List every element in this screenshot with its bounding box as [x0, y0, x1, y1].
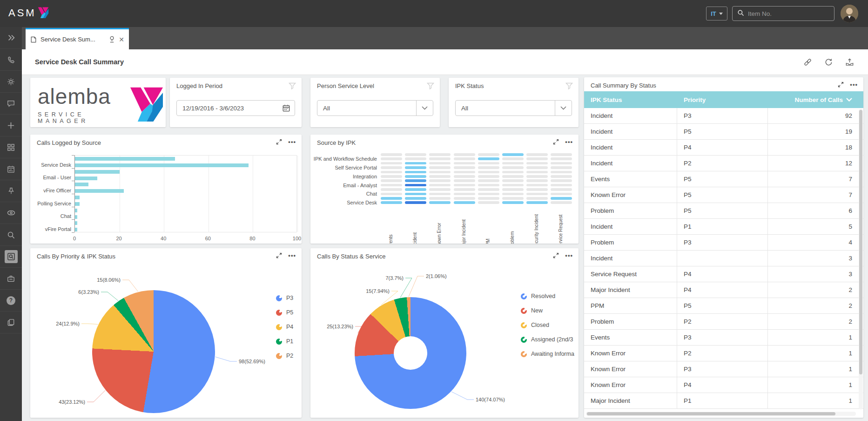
sidebar-item-calendar-chart[interactable] — [0, 158, 22, 180]
legend-item[interactable]: P3 — [276, 295, 293, 301]
column-header-priority[interactable]: Priority — [677, 96, 768, 103]
close-icon[interactable]: ✕ — [119, 36, 124, 43]
legend-item[interactable]: P5 — [276, 309, 293, 316]
table-row[interactable]: Known ErrorP57 — [584, 187, 863, 203]
sidebar-item-search-document[interactable] — [0, 246, 22, 268]
heatmap-cell — [502, 184, 524, 187]
sidebar-item-pin[interactable] — [0, 180, 22, 202]
table-row[interactable]: Known ErrorP41 — [584, 377, 863, 393]
table-row[interactable]: IncidentP519 — [584, 124, 863, 140]
sidebar-item-eye[interactable] — [0, 202, 22, 224]
legend-item[interactable]: P4 — [276, 324, 293, 330]
expand-icon[interactable] — [552, 252, 559, 259]
tab-title: Service Desk Sum... — [40, 36, 105, 43]
sidebar-item-grid[interactable] — [0, 136, 22, 158]
legend-item[interactable]: P2 — [276, 353, 293, 359]
heatmap-cell — [478, 166, 499, 169]
table-row[interactable]: ProblemP22 — [584, 314, 863, 330]
sidebar-item-search[interactable] — [0, 224, 22, 246]
bar[interactable] — [75, 228, 77, 231]
more-options-icon[interactable]: ••• — [850, 82, 858, 87]
table-row[interactable]: Major IncidentP11 — [584, 393, 863, 409]
sidebar-item-plus[interactable] — [0, 115, 22, 136]
chevron-down-icon[interactable] — [555, 101, 572, 115]
heatmap-cell — [381, 162, 402, 165]
heatmap-cell — [381, 184, 402, 187]
filter-funnel-icon[interactable] — [565, 82, 573, 91]
bar[interactable] — [75, 215, 77, 219]
table-row[interactable]: Major IncidentP42 — [584, 282, 863, 298]
bar[interactable] — [75, 157, 175, 161]
vertical-scrollbar[interactable] — [859, 109, 863, 409]
link-icon[interactable] — [803, 58, 812, 67]
heatmap-cell — [502, 201, 524, 204]
expand-icon[interactable] — [276, 138, 283, 145]
expand-icon[interactable] — [276, 252, 283, 259]
column-header-number-of-calls[interactable]: Number of Calls — [768, 96, 863, 103]
bar[interactable] — [75, 177, 97, 180]
table-row[interactable]: PPMP52 — [584, 298, 863, 314]
expand-icon[interactable] — [837, 81, 844, 88]
sidebar-item-pages[interactable] — [0, 312, 22, 333]
more-options-icon[interactable]: ••• — [288, 140, 296, 144]
calendar-icon[interactable] — [283, 104, 290, 112]
horizontal-scrollbar[interactable] — [586, 412, 856, 416]
table-row[interactable]: IncidentP418 — [584, 140, 863, 156]
avatar[interactable] — [841, 5, 858, 22]
more-options-icon[interactable]: ••• — [565, 140, 573, 144]
bar[interactable] — [75, 209, 77, 212]
table-row[interactable]: ProblemP56 — [584, 203, 863, 219]
more-options-icon[interactable]: ••• — [288, 253, 296, 258]
legend-item[interactable]: P1 — [276, 338, 293, 345]
heatmap-cell — [478, 153, 499, 156]
filter-funnel-icon[interactable] — [427, 82, 434, 91]
bar[interactable] — [75, 221, 77, 225]
chevron-down-icon[interactable] — [416, 101, 433, 115]
table-row[interactable]: Service RequestP43 — [584, 266, 863, 282]
sidebar-item-help[interactable]: ? — [0, 290, 22, 312]
sidebar-item-phone[interactable] — [0, 49, 22, 71]
service-level-select[interactable]: All — [317, 100, 433, 116]
bar[interactable] — [75, 196, 80, 199]
bar[interactable] — [75, 183, 88, 186]
more-options-icon[interactable]: ••• — [565, 253, 573, 258]
slice-value-label: 6(3.23%) — [78, 289, 99, 295]
sidebar-item-chevrons-right[interactable] — [0, 27, 22, 49]
bar[interactable] — [75, 163, 249, 167]
sidebar-item-gear[interactable] — [0, 71, 22, 93]
bar[interactable] — [75, 189, 124, 193]
column-header-ipk-status[interactable]: IPK Status — [584, 96, 677, 103]
table-row[interactable]: Known ErrorP31 — [584, 361, 863, 377]
pin-location-icon[interactable] — [109, 36, 115, 43]
legend-item[interactable]: Closed — [521, 322, 574, 328]
region-dropdown[interactable]: IT — [706, 7, 727, 20]
sidebar-item-chat[interactable] — [0, 93, 22, 115]
table-row[interactable]: Incident3 — [584, 251, 863, 266]
expand-icon[interactable] — [552, 138, 559, 145]
pie-slices[interactable] — [92, 290, 215, 413]
bar[interactable] — [75, 202, 80, 206]
table-row[interactable]: ProblemP34 — [584, 235, 863, 251]
legend-item[interactable]: Resolved — [521, 293, 574, 299]
legend-item[interactable]: New — [521, 307, 574, 314]
app-logo-text: ASM — [8, 6, 36, 20]
item-search-input[interactable] — [748, 10, 830, 17]
bar[interactable] — [75, 170, 120, 174]
date-range-input[interactable] — [177, 105, 283, 112]
sidebar-item-briefcase[interactable] — [0, 268, 22, 290]
briefcase-icon — [5, 272, 18, 285]
table-row[interactable]: IncidentP212 — [584, 156, 863, 171]
axis-tick — [72, 181, 74, 181]
legend-item[interactable]: Assigned (2nd/3 — [521, 336, 574, 343]
legend-item[interactable]: Awaiting Informa — [521, 351, 574, 357]
tab-service-desk-summary[interactable]: Service Desk Sum... ✕ — [26, 28, 129, 49]
refresh-icon[interactable] — [824, 58, 833, 67]
export-icon[interactable] — [845, 58, 854, 67]
table-row[interactable]: EventsP31 — [584, 330, 863, 346]
table-row[interactable]: IncidentP392 — [584, 108, 863, 124]
table-row[interactable]: IncidentP15 — [584, 219, 863, 235]
table-row[interactable]: Known ErrorP21 — [584, 346, 863, 361]
filter-funnel-icon[interactable] — [289, 82, 296, 91]
table-row[interactable]: EventsP57 — [584, 171, 863, 187]
ipk-status-select[interactable]: All — [455, 100, 572, 116]
